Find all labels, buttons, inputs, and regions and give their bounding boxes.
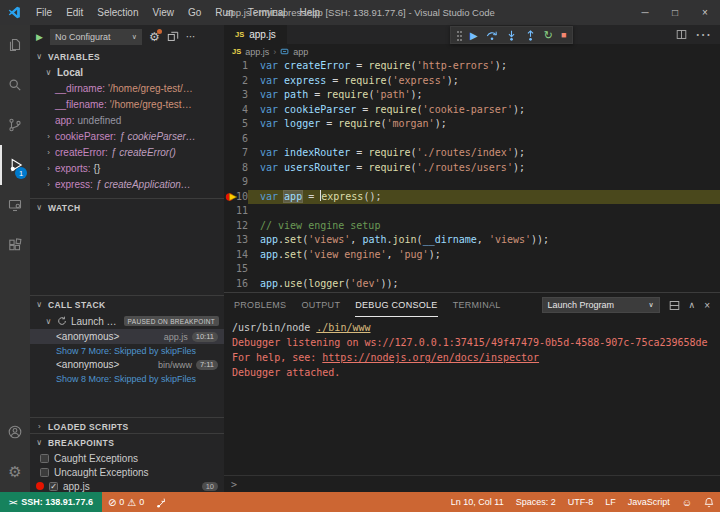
gutter-line-number[interactable]: 7 [224,146,248,161]
code-line[interactable]: 16app.use(logger('dev')); [224,277,720,292]
code-text[interactable]: var express = require('express'); [248,74,720,89]
gutter-line-number[interactable]: 13 [224,233,248,248]
configure-gear-icon[interactable]: ⚙ [149,30,160,44]
breakpoint-checkbox[interactable]: ✓ [49,482,58,491]
menu-edit[interactable]: Edit [59,4,90,21]
watch-header[interactable]: ∨ WATCH [30,199,224,216]
code-text[interactable]: app.set('view engine', 'pug'); [248,248,720,263]
code-line[interactable]: 11 [224,204,720,219]
gutter-line-number[interactable]: 6 [224,132,248,147]
code-line[interactable]: 14app.set('view engine', 'pug'); [224,248,720,263]
menu-go[interactable]: Go [181,4,208,21]
code-text[interactable]: var usersRouter = require('./routes/user… [248,161,720,176]
status-item-javascript[interactable]: JavaScript [622,492,676,512]
gutter-line-number[interactable]: 4 [224,103,248,118]
stack-frame-row[interactable]: <anonymous>app.js10:11 [30,329,224,344]
debug-configuration-dropdown[interactable]: No Configurat ∨ [50,29,142,45]
code-line[interactable]: 6 [224,132,720,147]
call-stack-header[interactable]: ∨ CALL STACK [30,296,224,313]
problems-indicator[interactable]: ⊘ 0 ⚠ 0 [102,492,150,512]
code-line[interactable]: 13app.set('views', path.join(__dirname, … [224,233,720,248]
drag-grip-icon[interactable] [457,30,462,41]
restart-button[interactable]: ↻ [544,29,553,42]
extensions-icon[interactable] [0,225,30,265]
menu-file[interactable]: File [29,4,59,21]
debug-views-icon[interactable] [167,31,179,43]
gutter-line-number[interactable]: 1 [224,59,248,74]
variable-row[interactable]: ›cookieParser:ƒ cookieParser… [30,128,224,144]
code-text[interactable]: var app = express(); [248,190,720,205]
menu-selection[interactable]: Selection [90,4,145,21]
code-text[interactable] [248,204,720,219]
gutter-line-number[interactable]: 8 [224,161,248,176]
menu-view[interactable]: View [146,4,182,21]
debug-console-input[interactable]: > [224,475,720,492]
more-actions-icon[interactable]: ⋯ [186,31,197,42]
console-link[interactable]: ./bin/www [316,322,370,333]
start-debugging-icon[interactable]: ▶ [36,32,43,42]
skipped-frames-link[interactable]: Show 7 More: Skipped by skipFiles [30,344,224,357]
stop-button[interactable]: ■ [561,30,566,40]
code-text[interactable]: app.use(logger('dev')); [248,277,720,292]
split-editor-icon[interactable] [676,29,687,40]
search-icon[interactable] [0,65,30,105]
gutter-line-number[interactable]: 9 [224,175,248,190]
code-text[interactable] [248,132,720,147]
panel-tab-problems[interactable]: PROBLEMS [234,293,286,317]
code-text[interactable] [248,175,720,190]
continue-button[interactable]: ▶ [470,30,478,41]
code-text[interactable]: var logger = require('morgan'); [248,117,720,132]
variable-row[interactable]: __filename:'/home/greg-test… [30,96,224,112]
notifications-bell-icon[interactable] [698,492,720,512]
panel-tab-terminal[interactable]: TERMINAL [453,293,501,317]
menu-run[interactable]: Run [208,4,240,21]
step-out-button[interactable] [525,30,536,41]
gutter-line-number[interactable]: 11 [224,204,248,219]
breadcrumb-symbol[interactable]: app [293,47,308,57]
code-text[interactable]: var createError = require('http-errors')… [248,59,720,74]
code-line[interactable]: 9 [224,175,720,190]
gutter-line-number[interactable]: 15 [224,262,248,277]
variables-scope-local[interactable]: ∨ Local [30,65,224,80]
skipped-frames-link[interactable]: Show 8 More: Skipped by skipFiles [30,372,224,385]
breakpoint-checkbox[interactable] [40,468,49,477]
code-line[interactable]: 10var app = express(); [224,190,720,205]
console-link[interactable]: https://nodejs.org/en/docs/inspector [322,352,539,363]
menu-help[interactable]: Help [293,4,328,21]
code-line[interactable]: 8var usersRouter = require('./routes/use… [224,161,720,176]
gutter-line-number[interactable]: 12 [224,219,248,234]
code-line[interactable]: 12// view engine setup [224,219,720,234]
debug-console-session-dropdown[interactable]: Launch Program ∨ [542,297,660,313]
gutter-line-number[interactable]: 5 [224,117,248,132]
close-panel-icon[interactable]: × [704,300,710,311]
gutter-line-number[interactable]: 2 [224,74,248,89]
maximize-button[interactable]: □ [660,0,690,25]
gutter-line-number[interactable]: 14 [224,248,248,263]
panel-tab-output[interactable]: OUTPUT [301,293,340,317]
variable-row[interactable]: ›express:ƒ createApplication… [30,176,224,192]
code-line[interactable]: 5var logger = require('morgan'); [224,117,720,132]
gutter-line-number[interactable]: 10 [224,190,248,205]
code-line[interactable]: 7var indexRouter = require('./routes/ind… [224,146,720,161]
feedback-smiley-icon[interactable]: ☺ [676,492,698,512]
accounts-icon[interactable] [0,412,30,452]
loaded-scripts-header[interactable]: › LOADED SCRIPTS [30,418,224,433]
remote-explorer-icon[interactable] [0,185,30,225]
stack-frame-row[interactable]: <anonymous>bin/www7:11 [30,357,224,372]
split-panel-icon[interactable] [669,300,680,311]
breakpoint-row[interactable]: Caught Exceptions [30,451,224,465]
debug-status-icon[interactable] [150,492,172,512]
more-actions-icon[interactable]: ⋯ [695,25,712,44]
status-item-utf-8[interactable]: UTF-8 [562,492,600,512]
variable-row[interactable]: ›exports:{} [30,160,224,176]
code-line[interactable]: 2var express = require('express'); [224,74,720,89]
source-control-icon[interactable] [0,105,30,145]
menu-terminal[interactable]: Terminal [241,4,293,21]
code-text[interactable]: var path = require('path'); [248,88,720,103]
breakpoints-header[interactable]: ∨ BREAKPOINTS [30,434,224,451]
panel-tab-debug-console[interactable]: DEBUG CONSOLE [355,293,437,317]
gutter-line-number[interactable]: 16 [224,277,248,292]
minimize-button[interactable]: ─ [630,0,660,25]
breakpoint-row[interactable]: Uncaught Exceptions [30,465,224,479]
gutter-line-number[interactable]: 3 [224,88,248,103]
